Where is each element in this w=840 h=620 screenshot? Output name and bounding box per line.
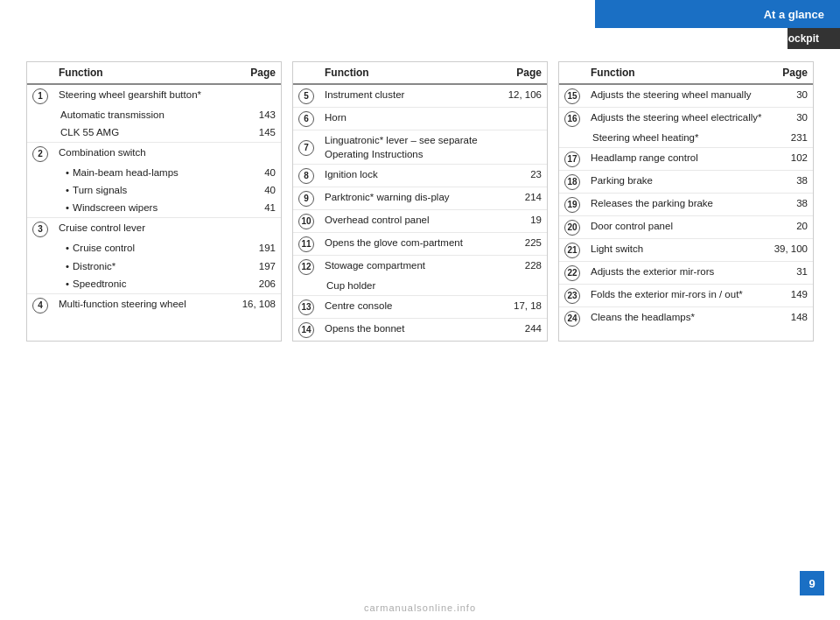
row-page: 231: [769, 130, 813, 148]
row-function: Automatic transmission: [53, 107, 237, 124]
header-title: At a glance: [764, 8, 824, 21]
table-row: 16Adjusts the steering wheel electricall…: [559, 108, 813, 130]
table2: Function Page 5Instrument cluster12, 106…: [292, 61, 548, 342]
row-page: 244: [503, 319, 547, 342]
table-row: 22Adjusts the exterior mir-rors31: [559, 262, 813, 285]
row-number: 3: [27, 218, 53, 241]
row-function: Door control panel: [585, 216, 769, 239]
row-function: Steering wheel heating*: [585, 130, 769, 148]
row-function: Opens the glove com-partment: [319, 233, 503, 256]
table-row: •Cruise control191: [27, 240, 281, 257]
row-number: 2: [27, 143, 53, 166]
table-row: •Distronic*197: [27, 258, 281, 276]
t3-col-function: Function: [585, 62, 769, 84]
row-function: Folds the exterior mir-rors in / out*: [585, 285, 769, 307]
subheader-subtitle: Cockpit: [780, 32, 824, 45]
t3-col-page: Page: [769, 62, 813, 84]
row-page: 197: [237, 258, 281, 276]
row-number: 15: [559, 84, 585, 108]
t1-col-page: Page: [237, 62, 281, 84]
row-function: Adjusts the exterior mir-rors: [585, 262, 769, 285]
t1-col-num: [27, 62, 53, 84]
row-function: Cruise control lever: [53, 218, 237, 241]
row-function: •Cruise control: [53, 240, 237, 257]
watermark: carmanualsonline.info: [364, 602, 476, 613]
row-number: [27, 240, 53, 257]
table-row: 5Instrument cluster12, 106: [293, 84, 547, 108]
row-number: 19: [559, 194, 585, 216]
row-page: 40: [237, 165, 281, 182]
row-function: Multi-function steering wheel: [53, 293, 237, 316]
table-row: 6Horn: [293, 108, 547, 130]
row-page: 228: [503, 256, 547, 278]
row-function: Overhead control panel: [319, 210, 503, 233]
row-number: 4: [27, 293, 53, 316]
t2-col-function: Function: [319, 62, 503, 84]
row-number: 7: [293, 130, 319, 165]
row-page: [237, 218, 281, 241]
row-number: [27, 124, 53, 143]
row-page: 12, 106: [503, 84, 547, 108]
row-function: Cleans the headlamps*: [585, 307, 769, 330]
tables-container: Function Page 1Steering wheel gearshift …: [26, 61, 814, 342]
row-page: 40: [237, 182, 281, 200]
row-number: [559, 130, 585, 148]
row-number: 23: [559, 285, 585, 307]
table-row: 3Cruise control lever: [27, 218, 281, 241]
row-number: 13: [293, 296, 319, 319]
row-function: •Turn signals: [53, 182, 237, 200]
row-function: Parktronic* warning dis-play: [319, 187, 503, 210]
row-page: 225: [503, 233, 547, 256]
t2-col-page: Page: [503, 62, 547, 84]
table-row: 7Linguatronic* lever – see separate Oper…: [293, 130, 547, 165]
table-row: 14Opens the bonnet244: [293, 319, 547, 342]
table-row: 15Adjusts the steering wheel manually30: [559, 84, 813, 108]
row-page: 23: [503, 165, 547, 187]
row-page: 145: [237, 124, 281, 143]
table-row: 24Cleans the headlamps*148: [559, 307, 813, 330]
row-number: 18: [559, 171, 585, 194]
row-page: 17, 18: [503, 296, 547, 319]
row-page: 20: [769, 216, 813, 239]
row-number: 11: [293, 233, 319, 256]
row-number: 1: [27, 84, 53, 107]
table-row: 23Folds the exterior mir-rors in / out*1…: [559, 285, 813, 307]
table-row: 21Light switch39, 100: [559, 239, 813, 262]
row-page: 30: [769, 108, 813, 130]
row-number: 5: [293, 84, 319, 108]
row-function: Stowage compartment: [319, 256, 503, 278]
table-row: 1Steering wheel gearshift button*: [27, 84, 281, 107]
row-function: •Distronic*: [53, 258, 237, 276]
table-row: 9Parktronic* warning dis-play214: [293, 187, 547, 210]
row-function: Cup holder: [319, 278, 503, 296]
row-page: 41: [237, 200, 281, 218]
row-number: [293, 278, 319, 296]
row-number: 16: [559, 108, 585, 130]
table-row: 12Stowage compartment228: [293, 256, 547, 278]
table-row: CLK 55 AMG145: [27, 124, 281, 143]
row-page: 143: [237, 107, 281, 124]
row-function: Light switch: [585, 239, 769, 262]
table-row: •Main-beam head-lamps40: [27, 165, 281, 182]
row-number: [27, 200, 53, 218]
row-page: [237, 143, 281, 166]
table-row: 13Centre console17, 18: [293, 296, 547, 319]
subheader: Cockpit: [665, 28, 840, 49]
row-number: 17: [559, 148, 585, 171]
row-function: Opens the bonnet: [319, 319, 503, 342]
row-function: Releases the parking brake: [585, 194, 769, 216]
row-page: 214: [503, 187, 547, 210]
table-row: 17Headlamp range control102: [559, 148, 813, 171]
row-function: Adjusts the steering wheel electrically*: [585, 108, 769, 130]
row-page: 191: [237, 240, 281, 257]
row-function: Combination switch: [53, 143, 237, 166]
row-page: 148: [769, 307, 813, 330]
table-row: 2Combination switch: [27, 143, 281, 166]
row-page: [503, 130, 547, 165]
row-function: Horn: [319, 108, 503, 130]
row-number: 21: [559, 239, 585, 262]
table-row: 10Overhead control panel19: [293, 210, 547, 233]
table1: Function Page 1Steering wheel gearshift …: [26, 61, 282, 342]
row-function: Ignition lock: [319, 165, 503, 187]
row-function: CLK 55 AMG: [53, 124, 237, 143]
